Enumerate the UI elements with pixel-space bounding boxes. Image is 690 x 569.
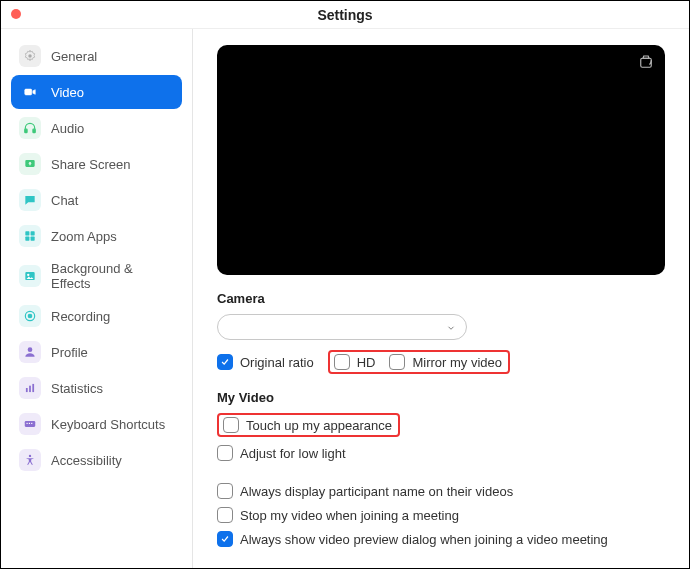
checkbox-show-participant-names[interactable]: Always display participant name on their…: [217, 483, 665, 499]
checkbox-label: Original ratio: [240, 355, 314, 370]
svg-rect-8: [31, 237, 35, 241]
sidebar-item-audio[interactable]: Audio: [11, 111, 182, 145]
svg-rect-2: [25, 129, 27, 133]
settings-sidebar: General Video Audio Share Screen: [1, 29, 193, 568]
gear-icon: [19, 45, 41, 67]
sidebar-item-statistics[interactable]: Statistics: [11, 371, 182, 405]
checkbox-label: Always display participant name on their…: [240, 484, 513, 499]
checkbox-stop-video-on-join[interactable]: Stop my video when joining a meeting: [217, 507, 665, 523]
video-camera-icon: [19, 81, 41, 103]
other-options: Always display participant name on their…: [217, 483, 665, 547]
checkbox-label: Adjust for low light: [240, 446, 346, 461]
camera-heading: Camera: [217, 291, 665, 306]
sidebar-item-recording[interactable]: Recording: [11, 299, 182, 333]
titlebar: Settings: [1, 1, 689, 29]
sidebar-item-label: Accessibility: [51, 453, 122, 468]
checkbox-mirror-video[interactable]: Mirror my video: [389, 354, 502, 370]
share-screen-icon: [19, 153, 41, 175]
sidebar-item-label: Statistics: [51, 381, 103, 396]
checkbox-touch-up-appearance[interactable]: Touch up my appearance: [223, 417, 392, 433]
sidebar-item-share-screen[interactable]: Share Screen: [11, 147, 182, 181]
sidebar-item-accessibility[interactable]: Accessibility: [11, 443, 182, 477]
keyboard-icon: [19, 413, 41, 435]
svg-rect-20: [31, 423, 32, 424]
settings-window: Settings General Video Audio: [0, 0, 690, 569]
highlight-touchup: Touch up my appearance: [217, 413, 400, 437]
checkbox-label: Always show video preview dialog when jo…: [240, 532, 608, 547]
sidebar-item-general[interactable]: General: [11, 39, 182, 73]
apps-icon: [19, 225, 41, 247]
checkbox-box: [217, 531, 233, 547]
window-body: General Video Audio Share Screen: [1, 29, 689, 568]
my-video-options: Touch up my appearance Adjust for low li…: [217, 413, 665, 461]
checkbox-box: [217, 354, 233, 370]
sidebar-item-label: General: [51, 49, 97, 64]
checkbox-box: [389, 354, 405, 370]
svg-rect-16: [32, 384, 34, 392]
settings-panel-video: Camera Original ratio HD: [193, 29, 689, 568]
sidebar-item-label: Chat: [51, 193, 78, 208]
checkbox-label: Touch up my appearance: [246, 418, 392, 433]
svg-rect-18: [27, 423, 28, 424]
statistics-icon: [19, 377, 41, 399]
sidebar-item-keyboard-shortcuts[interactable]: Keyboard Shortcuts: [11, 407, 182, 441]
svg-point-10: [27, 274, 29, 276]
checkbox-adjust-low-light[interactable]: Adjust for low light: [217, 445, 665, 461]
svg-rect-1: [25, 89, 32, 95]
chevron-down-icon: [446, 321, 456, 331]
recording-icon: [19, 305, 41, 327]
checkbox-show-preview-dialog[interactable]: Always show video preview dialog when jo…: [217, 531, 665, 547]
sidebar-item-profile[interactable]: Profile: [11, 335, 182, 369]
checkbox-box: [217, 445, 233, 461]
rotate-camera-icon[interactable]: [637, 53, 655, 74]
checkbox-box: [334, 354, 350, 370]
svg-rect-22: [641, 58, 652, 67]
sidebar-item-label: Keyboard Shortcuts: [51, 417, 165, 432]
profile-icon: [19, 341, 41, 363]
sidebar-item-chat[interactable]: Chat: [11, 183, 182, 217]
checkbox-box: [223, 417, 239, 433]
checkbox-original-ratio[interactable]: Original ratio: [217, 354, 314, 370]
checkbox-box: [217, 483, 233, 499]
sidebar-item-label: Profile: [51, 345, 88, 360]
sidebar-item-background-effects[interactable]: Background & Effects: [11, 255, 182, 297]
svg-rect-6: [31, 231, 35, 235]
svg-rect-3: [33, 129, 35, 133]
sidebar-item-label: Background & Effects: [51, 261, 174, 291]
chat-icon: [19, 189, 41, 211]
highlight-hd-mirror: HD Mirror my video: [328, 350, 510, 374]
svg-rect-19: [29, 423, 30, 424]
headphones-icon: [19, 117, 41, 139]
checkbox-label: Stop my video when joining a meeting: [240, 508, 459, 523]
sidebar-item-label: Video: [51, 85, 84, 100]
svg-rect-15: [29, 386, 31, 392]
sidebar-item-zoom-apps[interactable]: Zoom Apps: [11, 219, 182, 253]
svg-point-12: [28, 314, 32, 318]
window-controls: [11, 9, 21, 19]
svg-rect-14: [26, 388, 28, 392]
checkbox-hd[interactable]: HD: [334, 354, 376, 370]
camera-options-row: Original ratio HD Mirror my video: [217, 350, 665, 374]
svg-rect-5: [25, 231, 29, 235]
checkbox-box: [217, 507, 233, 523]
window-title: Settings: [1, 7, 689, 23]
sidebar-item-label: Audio: [51, 121, 84, 136]
svg-rect-7: [25, 237, 29, 241]
sidebar-item-label: Recording: [51, 309, 110, 324]
svg-point-0: [28, 54, 32, 58]
sidebar-item-video[interactable]: Video: [11, 75, 182, 109]
checkbox-label: HD: [357, 355, 376, 370]
my-video-heading: My Video: [217, 390, 665, 405]
svg-point-13: [28, 347, 33, 352]
background-icon: [19, 265, 41, 287]
svg-point-21: [29, 455, 31, 457]
accessibility-icon: [19, 449, 41, 471]
video-preview: [217, 45, 665, 275]
close-window-button[interactable]: [11, 9, 21, 19]
checkbox-label: Mirror my video: [412, 355, 502, 370]
sidebar-item-label: Share Screen: [51, 157, 131, 172]
camera-select[interactable]: [217, 314, 467, 340]
sidebar-item-label: Zoom Apps: [51, 229, 117, 244]
